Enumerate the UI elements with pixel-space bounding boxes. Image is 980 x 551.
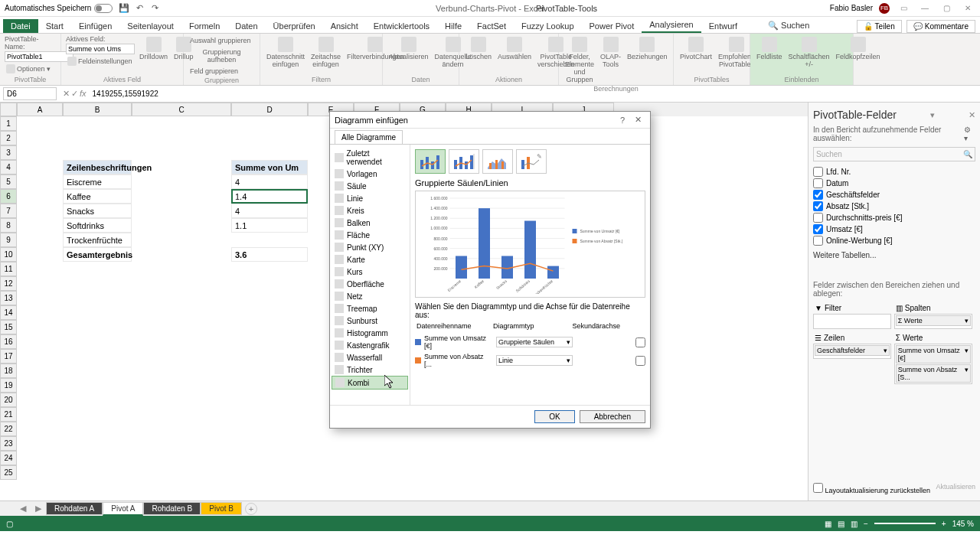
cell[interactable]: Summe von Um <box>231 160 308 174</box>
chart-type-option[interactable]: Oberfläche <box>332 278 408 290</box>
tab-seitenlayout[interactable]: Seitenlayout <box>119 19 181 33</box>
fieldlist-gear-icon[interactable]: ⚙ ▾ <box>964 126 975 142</box>
row-header[interactable]: 24 <box>0 451 17 465</box>
field-checkbox[interactable]: Umsatz [€] <box>813 223 975 235</box>
cell[interactable]: Zeilenbeschriftungen <box>63 160 132 174</box>
tab-powerpivot[interactable]: Power Pivot <box>582 19 642 33</box>
cell[interactable]: Gesamtergebnis <box>63 247 132 262</box>
ok-button[interactable]: OK <box>534 410 574 423</box>
row-header[interactable]: 2 <box>0 131 17 145</box>
combo-subtype-2[interactable] <box>449 149 479 174</box>
zoom-level[interactable]: 145 % <box>952 520 974 528</box>
more-tables-link[interactable]: Weitere Tabellen... <box>812 248 977 262</box>
chart-type-option[interactable]: Punkt (XY) <box>332 241 408 253</box>
chart-type-option[interactable]: Balken <box>332 217 408 229</box>
zone-item[interactable]: Geschäftsfelder▾ <box>815 345 890 356</box>
row-header[interactable]: 23 <box>0 436 17 451</box>
tab-factset[interactable]: FactSet <box>469 19 514 33</box>
cell[interactable]: Trockenfrüchte <box>63 233 132 247</box>
chart-type-option[interactable]: Säule <box>332 180 408 192</box>
slicer-button[interactable]: Datenschnitt einfügen <box>265 35 306 70</box>
combo-subtype-custom[interactable]: ✎ <box>516 149 547 174</box>
row-header[interactable]: 14 <box>0 305 17 320</box>
secondary-axis-checkbox[interactable] <box>635 356 645 366</box>
relations-button[interactable]: Beziehungen <box>626 35 669 62</box>
sheet-tab[interactable]: Rohdaten B <box>143 502 201 515</box>
accept-formula-icon[interactable]: ✓ <box>71 89 78 99</box>
options-button[interactable]: Optionen ▾ <box>5 63 56 75</box>
field-checkbox[interactable]: Online-Werbung [€] <box>813 235 975 246</box>
add-sheet-button[interactable]: + <box>245 503 257 515</box>
group-selection-button[interactable]: Auswahl gruppieren <box>188 35 255 46</box>
field-checkbox[interactable]: Durchschnitts-preis [€] <box>813 212 975 223</box>
zoom-out-icon[interactable]: − <box>864 520 868 528</box>
cell[interactable]: 4 <box>231 174 308 189</box>
dialog-close-icon[interactable]: ✕ <box>630 115 645 125</box>
secondary-axis-checkbox[interactable] <box>635 337 645 347</box>
comments-button[interactable]: 💬 Kommentare <box>906 20 975 33</box>
chart-type-option[interactable]: Karte <box>332 253 408 266</box>
name-box[interactable] <box>3 87 57 100</box>
row-header[interactable]: 11 <box>0 262 17 276</box>
cell[interactable]: Eiscreme <box>63 174 132 189</box>
field-checkbox[interactable]: Absatz [Stk.] <box>813 201 975 212</box>
tab-start[interactable]: Start <box>38 19 71 33</box>
row-header[interactable]: 18 <box>0 364 17 378</box>
zone-rows[interactable]: Geschäftsfelder▾ <box>813 344 891 359</box>
update-button[interactable]: Aktualisieren <box>936 483 975 494</box>
chart-type-option[interactable]: Trichter <box>332 364 408 376</box>
dialog-tab-all[interactable]: Alle Diagramme <box>335 130 403 144</box>
field-checkbox[interactable]: Datum <box>813 178 975 189</box>
olap-button[interactable]: OLAP-Tools <box>599 35 622 70</box>
row-header[interactable]: 20 <box>0 393 17 407</box>
column-header[interactable]: C <box>132 103 231 116</box>
zone-values[interactable]: Summe von Umsatz [€]▾ Summe von Absatz [… <box>894 344 972 384</box>
select-button[interactable]: Auswählen <box>496 35 533 62</box>
chart-type-option[interactable]: Histogramm <box>332 327 408 339</box>
chart-type-option[interactable]: Sunburst <box>332 315 408 327</box>
zone-columns[interactable]: Σ Werte▾ <box>894 314 972 329</box>
redo-icon[interactable]: ↷ <box>149 3 160 14</box>
fieldlist-minimize-icon[interactable]: ▾ <box>930 110 935 120</box>
chart-type-option[interactable]: Fläche <box>332 229 408 241</box>
row-header[interactable]: 5 <box>0 174 17 189</box>
tab-ueberpruefen[interactable]: Überprüfen <box>266 19 323 33</box>
group-field-button[interactable]: Feld gruppieren <box>188 66 255 77</box>
cell[interactable]: 3.6 <box>231 247 308 262</box>
minimize-icon[interactable]: — <box>917 4 933 12</box>
tab-datei[interactable]: Datei <box>3 19 38 33</box>
sheet-nav-prev[interactable]: ◀ <box>15 504 31 514</box>
save-icon[interactable]: 💾 <box>119 3 129 14</box>
row-header[interactable]: 3 <box>0 145 17 160</box>
tab-entwurf[interactable]: Entwurf <box>701 19 745 33</box>
chart-type-option[interactable]: Linie <box>332 192 408 204</box>
sheet-tab[interactable]: Pivot B <box>201 502 242 515</box>
zone-item[interactable]: Σ Werte▾ <box>896 315 971 326</box>
formula-input[interactable]: 1419255,15591922 <box>90 88 980 99</box>
toggle-icon[interactable] <box>94 4 113 13</box>
select-all-corner[interactable] <box>0 103 17 116</box>
cell[interactable]: 4 <box>231 204 308 218</box>
chart-type-option[interactable]: Wasserfall <box>332 351 408 364</box>
cancel-formula-icon[interactable]: ✕ <box>63 89 70 99</box>
tab-hilfe[interactable]: Hilfe <box>437 19 469 33</box>
combo-subtype-3[interactable] <box>482 149 513 174</box>
row-header[interactable]: 13 <box>0 291 17 305</box>
chart-type-option[interactable]: Zuletzt verwendet <box>332 148 408 168</box>
cell[interactable]: Kaffee <box>63 189 132 204</box>
view-pagebreak-icon[interactable]: ▥ <box>851 520 858 528</box>
row-header[interactable]: 15 <box>0 320 17 334</box>
maximize-icon[interactable]: ▢ <box>939 4 954 12</box>
pivotchart-button[interactable]: PivotChart <box>678 35 714 62</box>
zoom-in-icon[interactable]: + <box>942 520 946 528</box>
column-header[interactable]: B <box>63 103 132 116</box>
chart-type-option[interactable]: Kreis <box>332 204 408 217</box>
clear-button[interactable]: Löschen <box>464 35 493 62</box>
refresh-button[interactable]: Aktualisieren <box>387 35 430 62</box>
fieldlist-button[interactable]: Feldliste <box>755 35 784 62</box>
zone-item[interactable]: Summe von Umsatz [€]▾ <box>896 345 971 364</box>
ungroup-button[interactable]: Gruppierung aufheben <box>188 47 255 65</box>
undo-icon[interactable]: ↶ <box>134 3 145 14</box>
zone-item[interactable]: Summe von Absatz [S...▾ <box>896 364 971 383</box>
close-icon[interactable]: ✕ <box>960 4 975 12</box>
